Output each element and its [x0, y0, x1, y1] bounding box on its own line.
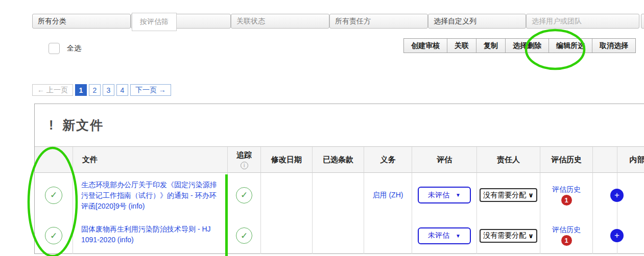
caret-down-icon: ▼	[456, 233, 461, 239]
header-tracking-label: 追踪	[236, 150, 252, 160]
assessment-cell: 未评估 ▼	[412, 217, 477, 254]
tracking-cell: ✓	[228, 217, 261, 254]
select-all-label: 全选	[67, 44, 81, 53]
assessment-label: 未评估	[428, 231, 449, 240]
history-count-badge: 1	[561, 235, 572, 246]
assessment-history-cell: 评估历史 1	[540, 173, 593, 217]
row-selected-check-icon[interactable]: ✓	[45, 187, 62, 204]
obligation-cell	[364, 217, 412, 254]
documents-table: ! 新文件 文件 追踪 i 修改日期 已选条款 义务 评估 责任人 评估历史 内…	[34, 104, 644, 254]
tracking-check-icon[interactable]: ✓	[236, 187, 252, 203]
filter-user-team-select[interactable]: 选择用户或团队	[526, 14, 639, 29]
header-obligation: 义务	[364, 147, 412, 173]
page: 所有分类 关联状态 所有责任方 选择自定义列 选择用户或团队 按评估筛 全选 创…	[0, 0, 644, 256]
add-internal-cell: +	[593, 217, 617, 254]
file-link[interactable]: 固体废物再生利用污染防治技术导则 - HJ 1091-2020 (info)	[81, 224, 217, 245]
add-internal-cell: +	[593, 173, 617, 217]
warning-mark: !	[49, 118, 53, 133]
pagination-prev-button[interactable]: ← 上一页	[32, 84, 73, 96]
responsible-value: 没有需要分配	[483, 191, 526, 200]
history-count-badge: 1	[561, 195, 572, 206]
copy-button[interactable]: 复制	[476, 39, 505, 53]
assessment-dropdown-button[interactable]: 未评估 ▼	[418, 187, 471, 203]
row-select-cell: ✓	[35, 217, 73, 254]
filter-tooltip: 按评估筛	[132, 13, 177, 31]
pagination-page-4[interactable]: 4	[116, 84, 128, 96]
header-file: 文件	[73, 147, 228, 173]
info-icon[interactable]: i	[241, 162, 248, 169]
selected-clauses-cell	[313, 173, 364, 217]
filter-bar: 所有分类 关联状态 所有责任方 选择自定义列 选择用户或团队	[32, 14, 639, 29]
action-button-group: 创建审核 关联 复制 选择删除 编辑所选 取消选择	[403, 38, 636, 53]
obligation-link[interactable]: 启用 (ZH)	[373, 191, 403, 200]
select-all-checkbox[interactable]	[49, 43, 60, 54]
filter-responsible-select[interactable]: 所有责任方	[329, 14, 428, 29]
header-assessment-history: 评估历史	[540, 147, 593, 173]
assessment-history-cell: 评估历史 1	[540, 217, 593, 254]
create-review-button[interactable]: 创建审核	[404, 39, 447, 53]
chevron-down-icon: ∨	[528, 191, 534, 199]
modified-date-cell	[261, 217, 313, 254]
tracking-check-icon[interactable]: ✓	[236, 227, 252, 244]
header-modified-date: 修改日期	[261, 147, 313, 173]
delete-selected-button[interactable]: 选择删除	[505, 39, 548, 53]
assessment-cell: 未评估 ▼	[412, 173, 477, 217]
assessment-history-link[interactable]: 评估历史	[552, 225, 581, 235]
filter-link-status-select[interactable]: 关联状态	[231, 14, 329, 29]
select-all-control: 全选	[49, 43, 81, 54]
pagination-page-3[interactable]: 3	[103, 84, 114, 96]
file-link[interactable]: 生态环境部办公厅关于印发《固定污染源排污登记工作指南（试行）》的通知 - 环办环…	[81, 180, 217, 212]
table-title: 新文件	[62, 117, 104, 134]
obligation-cell: 启用 (ZH)	[364, 173, 412, 217]
pagination-next-button[interactable]: 下一页 →	[130, 84, 171, 96]
row-selected-check-icon[interactable]: ✓	[45, 227, 62, 244]
pagination-page-1[interactable]: 1	[75, 84, 87, 96]
filter-custom-columns-select[interactable]: 选择自定义列	[428, 14, 526, 29]
header-responsible: 责任人	[477, 147, 540, 173]
responsible-value: 没有需要分配	[483, 231, 526, 240]
selected-clauses-cell	[313, 217, 364, 254]
tracking-cell: ✓	[228, 173, 261, 217]
responsible-select[interactable]: 没有需要分配 ∨	[480, 229, 537, 243]
table-title-row: ! 新文件	[35, 104, 644, 147]
file-cell: 生态环境部办公厅关于印发《固定污染源排污登记工作指南（试行）》的通知 - 环办环…	[73, 173, 228, 217]
edit-selected-button[interactable]: 编辑所选	[548, 39, 592, 53]
assessment-dropdown-button[interactable]: 未评估 ▼	[418, 227, 471, 244]
link-button[interactable]: 关联	[447, 39, 476, 53]
pagination-page-2[interactable]: 2	[89, 84, 101, 96]
filter-partial-select[interactable]	[641, 14, 644, 29]
header-add-column	[593, 147, 617, 173]
caret-down-icon: ▼	[456, 192, 461, 198]
cancel-selection-button[interactable]: 取消选择	[592, 39, 635, 53]
pagination: ← 上一页 1 2 3 4 下一页 →	[32, 84, 171, 96]
header-assessment: 评估	[412, 147, 477, 173]
filter-category-select[interactable]: 所有分类	[32, 14, 131, 29]
header-internal: 内部	[617, 147, 644, 173]
assessment-label: 未评估	[428, 191, 449, 200]
modified-date-cell	[261, 173, 313, 217]
add-internal-button[interactable]: +	[610, 229, 624, 242]
add-internal-button[interactable]: +	[610, 189, 624, 202]
assessment-history-link[interactable]: 评估历史	[552, 185, 581, 194]
responsible-cell: 没有需要分配 ∨	[477, 173, 540, 217]
file-cell: 固体废物再生利用污染防治技术导则 - HJ 1091-2020 (info)	[73, 217, 228, 254]
responsible-cell: 没有需要分配 ∨	[477, 217, 540, 254]
row-select-cell: ✓	[35, 173, 73, 217]
chevron-down-icon: ∨	[528, 232, 534, 240]
header-tracking: 追踪 i	[228, 147, 261, 173]
header-select-column	[35, 147, 73, 173]
header-selected-clauses: 已选条款	[313, 147, 364, 173]
responsible-select[interactable]: 没有需要分配 ∨	[480, 188, 537, 202]
